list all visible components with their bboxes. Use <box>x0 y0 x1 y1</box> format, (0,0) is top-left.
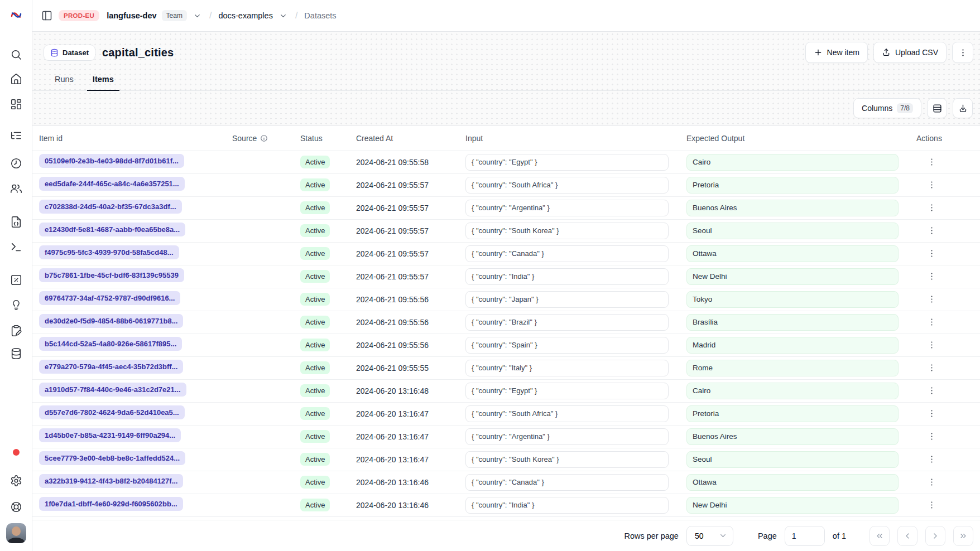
input-value[interactable]: { "country": "South Africa" } <box>465 405 669 422</box>
sidebar-item-settings-gear[interactable] <box>6 471 26 491</box>
next-page-button[interactable] <box>925 526 945 546</box>
expected-output-value[interactable]: Buenos Aires <box>686 428 899 445</box>
item-id-link[interactable]: e12430df-5e81-4687-aabb-f0ea65be8a... <box>39 223 185 236</box>
sidebar-item-annotation-clipboard[interactable] <box>6 321 26 341</box>
item-id-link[interactable]: 5cee7779-3e00-4eb8-be8c-1affedd524... <box>39 451 185 465</box>
expected-output-value[interactable]: Pretoria <box>686 405 899 422</box>
col-header-expected-output[interactable]: Expected Output <box>680 126 910 151</box>
export-download-button[interactable] <box>953 98 973 118</box>
expected-output-value[interactable]: Brasília <box>686 314 899 331</box>
expected-output-value[interactable]: Cairo <box>686 154 899 171</box>
row-actions-menu-button[interactable] <box>924 498 939 513</box>
row-actions-menu-button[interactable] <box>924 155 939 170</box>
expected-output-value[interactable]: Ottawa <box>686 245 899 262</box>
col-header-item-id[interactable]: Item id <box>32 126 225 151</box>
new-item-button[interactable]: New item <box>805 42 868 63</box>
row-actions-menu-button[interactable] <box>924 224 939 238</box>
col-header-status[interactable]: Status <box>294 126 349 151</box>
row-actions-menu-button[interactable] <box>924 338 939 352</box>
item-id-link[interactable]: c702838d-24d5-40a2-bf35-67dc3a3df... <box>39 200 182 214</box>
expected-output-value[interactable]: Seoul <box>686 451 899 468</box>
expected-output-value[interactable]: New Delhi <box>686 268 899 285</box>
tab-items[interactable]: Items <box>87 75 119 91</box>
input-value[interactable]: { "country": "India" } <box>465 497 669 514</box>
sidebar-item-evaluation-percent[interactable] <box>6 270 26 290</box>
sidebar-item-prompts-file[interactable] <box>6 212 26 232</box>
input-value[interactable]: { "country": "Italy" } <box>465 360 669 376</box>
input-value[interactable]: { "country": "Canada" } <box>465 474 669 491</box>
sidebar-item-datasets-database[interactable] <box>6 344 26 364</box>
row-height-button[interactable] <box>927 98 947 118</box>
expected-output-value[interactable]: New Delhi <box>686 497 899 514</box>
input-value[interactable]: { "country": "Argentina" } <box>465 200 669 216</box>
row-actions-menu-button[interactable] <box>924 201 939 215</box>
expected-output-value[interactable]: Buenos Aires <box>686 200 899 216</box>
input-value[interactable]: { "country": "Spain" } <box>465 337 669 354</box>
org-switcher-chevron-icon[interactable] <box>192 11 203 21</box>
project-switcher-chevron-icon[interactable] <box>278 11 289 21</box>
input-value[interactable]: { "country": "Canada" } <box>465 245 669 262</box>
item-id-link[interactable]: 1d45b0e7-b85a-4231-9149-6ff90a294... <box>39 428 181 442</box>
item-id-link[interactable]: e779a270-579a-4f45-aec4-35b72d3bff... <box>39 360 183 374</box>
sidebar-item-tracing-list[interactable] <box>6 125 26 146</box>
input-value[interactable]: { "country": "South Africa" } <box>465 177 669 194</box>
row-actions-menu-button[interactable] <box>924 429 939 444</box>
sidebar-item-support-lifebuoy[interactable] <box>6 497 26 517</box>
sidebar-item-playground-terminal[interactable] <box>6 237 26 257</box>
user-avatar[interactable] <box>6 523 26 543</box>
item-id-link[interactable]: f4975c95-5fc3-4939-970d-58fa5cd48... <box>39 245 179 259</box>
row-actions-menu-button[interactable] <box>924 178 939 192</box>
expected-output-value[interactable]: Ottawa <box>686 474 899 491</box>
input-value[interactable]: { "country": "India" } <box>465 268 669 285</box>
sidebar-item-home[interactable] <box>6 69 26 89</box>
item-id-link[interactable]: a1910d57-7f84-440c-9e46-a31c2d7e21... <box>39 383 186 397</box>
item-id-link[interactable]: de30d2e0-f5d9-4854-88b6-0619771b8... <box>39 314 183 328</box>
row-actions-menu-button[interactable] <box>924 475 939 490</box>
col-header-created-at[interactable]: Created At <box>349 126 459 151</box>
breadcrumb-section[interactable]: Datasets <box>304 11 336 20</box>
input-value[interactable]: { "country": "Argentina" } <box>465 428 669 445</box>
row-actions-menu-button[interactable] <box>924 292 939 307</box>
item-id-link[interactable]: eed5dafe-244f-465c-a84c-4a6e357251... <box>39 177 185 191</box>
expected-output-value[interactable]: Pretoria <box>686 177 899 194</box>
row-actions-menu-button[interactable] <box>924 246 939 261</box>
input-value[interactable]: { "country": "Brazil" } <box>465 314 669 331</box>
item-id-link[interactable]: 69764737-34af-4752-9787-d90df9616... <box>39 291 180 305</box>
upload-csv-button[interactable]: Upload CSV <box>873 42 947 63</box>
org-name[interactable]: langfuse-dev <box>107 11 156 20</box>
item-id-link[interactable]: a322b319-9412-4f43-b8f2-b20484127f... <box>39 474 183 488</box>
page-number-input[interactable] <box>785 526 825 546</box>
input-value[interactable]: { "country": "South Korea" } <box>465 451 669 468</box>
item-id-link[interactable]: b5c144cd-52a5-4a80-926e-58617f895... <box>39 337 182 351</box>
row-actions-menu-button[interactable] <box>924 315 939 330</box>
item-id-link[interactable]: d557e7d6-7802-4624-9da6-52d410ea5... <box>39 405 185 419</box>
sidebar-toggle-icon[interactable] <box>40 9 54 22</box>
row-actions-menu-button[interactable] <box>924 384 939 398</box>
previous-page-button[interactable] <box>897 526 917 546</box>
row-actions-menu-button[interactable] <box>924 269 939 284</box>
item-id-link[interactable]: 1f0e7da1-dbff-4e60-929d-f6095602bb... <box>39 497 183 511</box>
input-value[interactable]: { "country": "Japan" } <box>465 291 669 308</box>
project-name[interactable]: docs-examples <box>218 11 273 20</box>
expected-output-value[interactable]: Seoul <box>686 223 899 239</box>
sidebar-item-search[interactable] <box>6 45 26 65</box>
dataset-actions-menu-button[interactable] <box>952 42 973 63</box>
expected-output-value[interactable]: Tokyo <box>686 291 899 308</box>
first-page-button[interactable] <box>869 526 890 546</box>
sidebar-item-sessions-clock[interactable] <box>6 153 26 173</box>
item-id-link[interactable]: 05109ef0-2e3b-4e03-98dd-8f7d01b61f... <box>39 154 184 168</box>
langfuse-logo[interactable] <box>8 7 24 23</box>
tab-runs[interactable]: Runs <box>49 75 79 91</box>
input-value[interactable]: { "country": "Egypt" } <box>465 154 669 171</box>
sidebar-item-lightbulb[interactable] <box>6 295 26 315</box>
row-actions-menu-button[interactable] <box>924 361 939 375</box>
input-value[interactable]: { "country": "Egypt" } <box>465 383 669 399</box>
sidebar-item-dashboard[interactable] <box>6 94 26 114</box>
col-header-source[interactable]: Source <box>225 126 294 151</box>
expected-output-value[interactable]: Cairo <box>686 383 899 399</box>
last-page-button[interactable] <box>953 526 973 546</box>
row-actions-menu-button[interactable] <box>924 407 939 421</box>
columns-button[interactable]: Columns 7/8 <box>853 98 921 118</box>
col-header-input[interactable]: Input <box>459 126 680 151</box>
item-id-link[interactable]: b75c7861-1fbe-45cf-bdf6-83f139c95539 <box>39 268 184 282</box>
